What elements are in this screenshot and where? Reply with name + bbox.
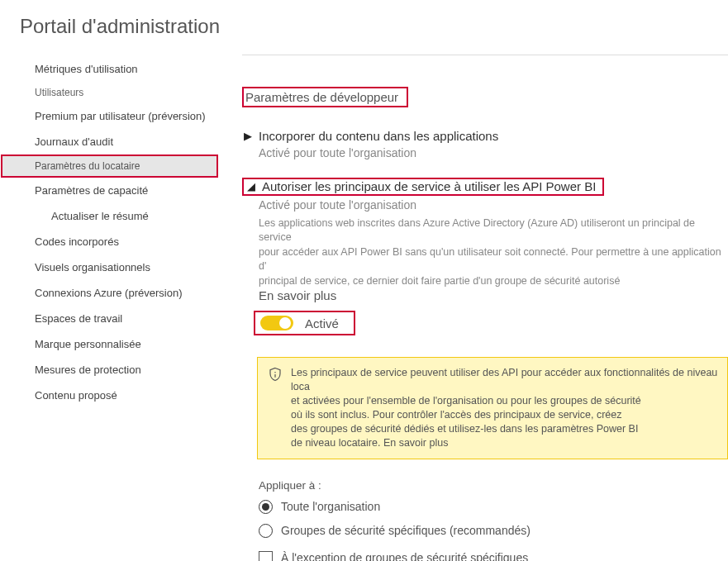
apply-to-label: Appliquer à : [259,479,728,492]
content-area: Paramètres de développeur ▶ Incorporer d… [219,55,728,561]
page-title: Portail d'administration [0,0,728,55]
enabled-toggle[interactable]: Activé [254,311,355,335]
sidebar: Métriques d'utilisation Utilisateurs Pre… [0,55,219,561]
nav-usage-metrics[interactable]: Métriques d'utilisation [0,56,219,82]
checkbox-except-label: À l'exception de groupes de sécurité spé… [281,551,528,561]
radio-icon-checked [259,500,273,514]
sp-desc-line1: Les applications web inscrites dans Azur… [259,216,728,245]
setting-sp-status: Activé pour toute l'organisation [242,198,728,212]
learn-more-link[interactable]: En savoir plus [259,288,728,302]
shield-icon [268,367,284,449]
nav-protection-metrics[interactable]: Mesures de protection [0,357,219,383]
setting-embed-title: Incorporer du contenu dans les applicati… [254,129,498,143]
setting-sp-title: Autoriser les principaux de service à ut… [257,178,604,196]
section-divider [242,55,728,55]
toggle-knob [279,317,291,329]
radio-specific-groups-label: Groupes de sécurité spécifiques (recomma… [281,524,531,537]
svg-point-0 [274,372,276,373]
info-line3: où ils sont inclus. Pour contrôler l'acc… [291,408,719,422]
sp-desc-line2: pour accéder aux API Power BI sans qu'un… [259,245,728,273]
nav-audit-logs[interactable]: Journaux d'audit [0,129,219,155]
radio-entire-org[interactable]: Toute l'organisation [259,500,728,514]
caret-down-icon: ◢ [245,179,257,194]
info-line4: des groupes de sécurité dédiés et utilis… [291,422,719,436]
setting-embed-content[interactable]: ▶ Incorporer du contenu dans les applica… [242,129,728,144]
info-line2: et activées pour l'ensemble de l'organis… [291,394,719,408]
sp-desc-line3: principal de service, ce dernier doit fa… [259,274,728,288]
nav-workspaces[interactable]: Espaces de travail [0,306,219,331]
checkbox-except-groups[interactable]: À l'exception de groupes de sécurité spé… [259,551,728,561]
setting-embed-status: Activé pour toute l'organisation [242,146,728,159]
nav-premium-per-user[interactable]: Premium par utilisateur (préversion) [0,103,219,129]
toggle-track [260,316,293,330]
nav-embed-codes[interactable]: Codes incorporés [0,229,219,254]
radio-specific-groups[interactable]: Groupes de sécurité spécifiques (recomma… [259,524,728,538]
checkbox-icon [259,551,273,561]
nav-org-visuals[interactable]: Visuels organisationnels [0,254,219,280]
nav-azure-connections[interactable]: Connexions Azure (préversion) [0,280,219,306]
nav-users[interactable]: Utilisateurs [0,82,219,103]
nav-featured-content[interactable]: Contenu proposé [0,383,219,408]
info-line5: de niveau locataire. En savoir plus [291,436,719,450]
nav-custom-branding[interactable]: Marque personnalisée [0,331,219,357]
nav-capacity-settings[interactable]: Paramètres de capacité [0,178,219,203]
nav-tenant-settings[interactable]: Paramètres du locataire [1,155,218,178]
setting-service-principal[interactable]: ◢ Autoriser les principaux de service à … [242,178,728,196]
info-callout: Les principaux de service peuvent utilis… [257,357,728,459]
info-line1: Les principaux de service peuvent utilis… [291,366,719,394]
nav-refresh-summary[interactable]: Actualiser le résumé [0,203,219,229]
radio-entire-org-label: Toute l'organisation [281,500,380,513]
radio-icon-unchecked [259,524,273,538]
caret-right-icon: ▶ [242,129,254,144]
developer-settings-header: Paramètres de développeur [242,87,408,107]
toggle-label: Activé [305,316,339,330]
